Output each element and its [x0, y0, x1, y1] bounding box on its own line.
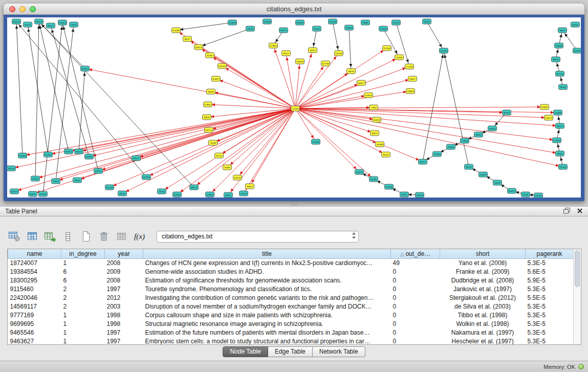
- table-cell[interactable]: 1998: [105, 319, 143, 328]
- graph-node[interactable]: 146071: [355, 169, 364, 174]
- graph-edge[interactable]: [383, 29, 399, 57]
- graph-node[interactable]: 120465: [39, 191, 48, 196]
- graph-node[interactable]: 95217: [282, 51, 291, 56]
- graph-node[interactable]: 110925: [364, 93, 373, 98]
- table-cell[interactable]: 19384554: [8, 267, 61, 276]
- graph-edge[interactable]: [349, 28, 351, 71]
- column-header-in_degree[interactable]: in_degree: [61, 249, 105, 258]
- table-row[interactable]: 969969511998Structural magnetic resonanc…: [8, 319, 574, 328]
- table-cell[interactable]: 18300295: [8, 276, 61, 285]
- graph-node[interactable]: 87315: [94, 168, 103, 173]
- graph-node[interactable]: 90671: [371, 130, 379, 136]
- table-cell[interactable]: 5.3E-5: [526, 302, 574, 311]
- graph-node[interactable]: 96620: [118, 191, 127, 196]
- table-row[interactable]: 1830029562008Estimation of significance …: [8, 276, 574, 285]
- graph-node[interactable]: 84662: [246, 184, 254, 189]
- graph-node[interactable]: 186077: [357, 80, 366, 85]
- graph-node[interactable]: 88058: [474, 132, 483, 137]
- table-cell[interactable]: 0: [391, 337, 440, 345]
- graph-node[interactable]: 167723: [556, 71, 564, 76]
- table-cell[interactable]: 18724007: [8, 258, 61, 267]
- table-cell[interactable]: 9463627: [8, 337, 61, 345]
- table-cell[interactable]: 0: [391, 311, 440, 319]
- table-cell[interactable]: Embryonic stem cells: a model to study s…: [143, 337, 391, 345]
- graph-node[interactable]: 142611: [488, 126, 497, 131]
- table-cell[interactable]: Jankovic et al. (1997): [440, 285, 526, 293]
- table-cell[interactable]: Changes of HCN gene expression and I(f) …: [143, 258, 391, 267]
- graph-edge[interactable]: [295, 108, 375, 133]
- table-cell[interactable]: Hescheler et al. (1997): [440, 337, 526, 345]
- graph-node[interactable]: 98127: [183, 36, 192, 41]
- graph-edge[interactable]: [228, 108, 295, 195]
- graph-node[interactable]: 87920: [503, 110, 511, 115]
- graph-node[interactable]: 154977: [508, 188, 516, 193]
- table-cell[interactable]: 14569117: [8, 302, 61, 311]
- close-window-button[interactable]: [9, 6, 15, 12]
- table-cell[interactable]: 5.3E-5: [526, 258, 574, 267]
- table-source-dropdown[interactable]: citations_edges.txt: [157, 231, 359, 243]
- table-row[interactable]: 2242004622012Investigating the contribut…: [8, 293, 574, 302]
- graph-node[interactable]: 76518: [70, 22, 78, 27]
- graph-node[interactable]: 160014: [194, 45, 203, 50]
- graph-node[interactable]: 176902: [206, 192, 214, 197]
- table-cell[interactable]: 22420046: [8, 293, 61, 302]
- graph-node[interactable]: 120838: [554, 110, 562, 115]
- graph-node[interactable]: 192230: [218, 63, 227, 69]
- graph-node[interactable]: 85277: [419, 159, 427, 164]
- panel-resize-handle[interactable]: [291, 203, 298, 205]
- table-cell[interactable]: Dudbridge et al. (2008): [440, 276, 526, 285]
- table-cell[interactable]: 9777169: [8, 311, 61, 319]
- graph-node[interactable]: 140227: [239, 191, 248, 196]
- graph-node[interactable]: 176294: [553, 138, 561, 143]
- graph-node[interactable]: 77864: [369, 105, 378, 110]
- table-cell[interactable]: 0: [391, 328, 440, 337]
- graph-edge[interactable]: [295, 108, 560, 154]
- table-cell[interactable]: 1: [61, 328, 105, 337]
- graph-node[interactable]: 159581: [540, 104, 549, 110]
- table-row[interactable]: 977716911998Corpus callosum shape and si…: [8, 311, 574, 319]
- table-cell[interactable]: de Silva et al. (2003): [440, 302, 526, 311]
- graph-node[interactable]: 82331: [309, 48, 317, 53]
- column-header-name[interactable]: name: [8, 249, 61, 258]
- table-scrollbar[interactable]: [573, 249, 581, 344]
- graph-node[interactable]: 146650: [296, 59, 304, 64]
- table-cell[interactable]: Corpus callosum shape and size in male p…: [143, 311, 391, 319]
- table-cell[interactable]: 1: [61, 337, 105, 345]
- table-cell[interactable]: 5.3E-5: [526, 337, 574, 345]
- graph-node[interactable]: 88873: [190, 185, 199, 190]
- graph-node[interactable]: 164432: [373, 117, 381, 122]
- table-cell[interactable]: 2: [61, 285, 105, 293]
- table-row[interactable]: 1938455462009Genome-wide association stu…: [8, 267, 574, 276]
- graph-node[interactable]: 96083: [207, 89, 215, 94]
- graph-edge[interactable]: [295, 108, 423, 162]
- graph-edge[interactable]: [295, 95, 368, 108]
- graph-edge[interactable]: [427, 21, 444, 51]
- table-cell[interactable]: Disruption of a novel member of a sodium…: [143, 302, 391, 311]
- graph-node[interactable]: 88122: [47, 23, 55, 28]
- graph-node[interactable]: 174009: [379, 26, 388, 31]
- column-header-pagerank[interactable]: pagerank: [526, 249, 574, 258]
- graph-node[interactable]: 171556: [405, 64, 414, 69]
- graph-edge[interactable]: [43, 23, 62, 194]
- column-header-year[interactable]: year: [105, 249, 143, 258]
- graph-edge[interactable]: [28, 25, 48, 155]
- table-cell[interactable]: 1997: [105, 328, 143, 337]
- table-cell[interactable]: 5.3E-5: [526, 328, 574, 337]
- table-cell[interactable]: 2012: [105, 293, 143, 302]
- graph-node[interactable]: 162115: [215, 153, 224, 158]
- column-header-out_de[interactable]: △ out_de…: [391, 249, 440, 258]
- graph-node[interactable]: 224088: [172, 28, 181, 33]
- graph-node[interactable]: 137025: [559, 164, 568, 169]
- table-cell[interactable]: 2008: [105, 276, 143, 285]
- graph-node[interactable]: 95512: [224, 192, 233, 198]
- graph-node[interactable]: 115823: [479, 172, 488, 177]
- graph-node[interactable]: 132770: [205, 127, 213, 133]
- graph-node[interactable]: 88016: [552, 57, 560, 62]
- table-cell[interactable]: 1: [61, 319, 105, 328]
- graph-node[interactable]: 89926: [203, 115, 211, 120]
- graph-edge[interactable]: [295, 108, 359, 172]
- table-cell[interactable]: 5.3E-5: [526, 311, 574, 319]
- graph-edge[interactable]: [177, 108, 295, 194]
- graph-node[interactable]: 91937: [558, 28, 567, 33]
- table-cell[interactable]: 0: [391, 293, 440, 302]
